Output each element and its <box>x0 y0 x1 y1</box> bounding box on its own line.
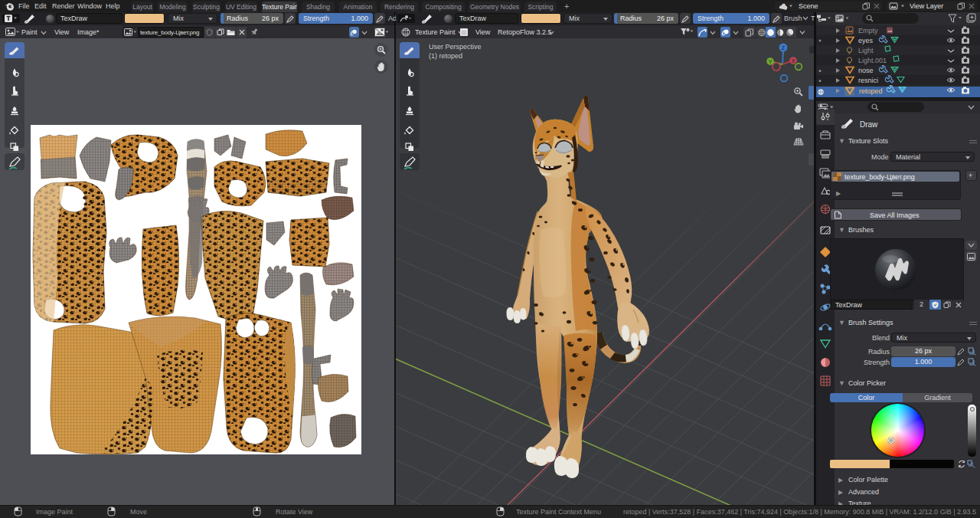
svg-text:Y: Y <box>769 59 773 64</box>
svg-text:Z: Z <box>782 45 786 51</box>
svg-text:X: X <box>792 58 795 64</box>
